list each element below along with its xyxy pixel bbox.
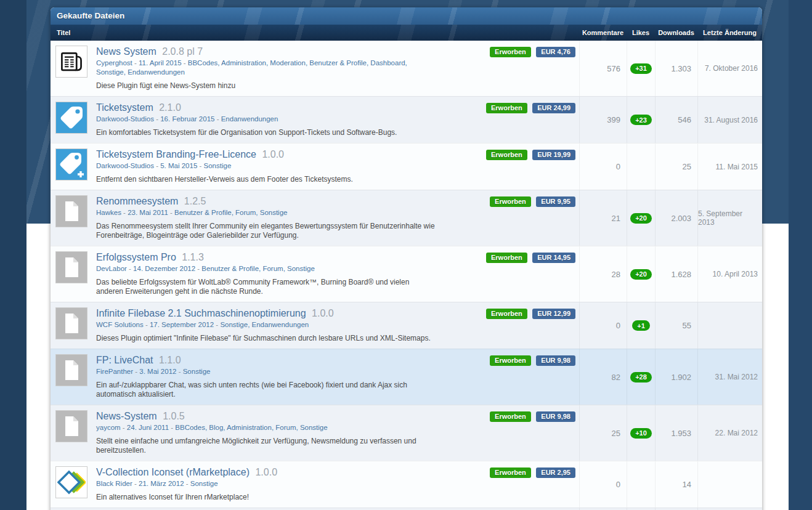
file-description: Dieses Plugin optimiert "Infinite Fileba… xyxy=(96,334,431,343)
file-icon-link[interactable] xyxy=(55,466,87,498)
meta-separator: - xyxy=(184,480,190,487)
author-link[interactable]: Hawkes xyxy=(96,209,121,216)
table-row: FP: LiveChat 1.1.0 FirePanther - 3. Mai … xyxy=(51,349,762,405)
table-row: Infinite Filebase 2.1 Suchmaschinenoptim… xyxy=(51,302,762,349)
file-icon-link[interactable] xyxy=(55,307,87,339)
file-text: Ticketsystem Branding-Free-Licence 1.0.0… xyxy=(96,148,489,184)
comments-count: 0 xyxy=(579,461,627,508)
file-title-link[interactable]: News System xyxy=(96,46,156,57)
file-version: 2.1.0 xyxy=(159,102,181,113)
comments-count: 399 xyxy=(579,97,627,143)
upload-date-link[interactable]: 5. Mai 2015 xyxy=(160,162,197,169)
file-icon-link[interactable] xyxy=(55,195,87,227)
author-link[interactable]: FirePanther xyxy=(96,368,133,375)
author-link[interactable]: WCF Solutions xyxy=(96,321,144,328)
badge-group: Erworben EUR 9,95 xyxy=(490,195,575,207)
file-title-link[interactable]: News-System xyxy=(96,411,157,421)
meta-separator: - xyxy=(214,321,220,328)
file-title-link[interactable]: Infinite Filebase 2.1 Suchmaschinenoptim… xyxy=(96,308,306,318)
category-links[interactable]: Benutzer & Profile, Forum, Sonstige xyxy=(174,209,287,216)
likes-cell: +20 xyxy=(627,190,655,246)
badge-group: Erworben EUR 12,99 xyxy=(486,307,575,319)
file-icon-link[interactable] xyxy=(55,251,87,283)
author-link[interactable]: yaycom xyxy=(96,424,121,431)
file-meta: Hawkes - 23. Mai 2011 - Benutzer & Profi… xyxy=(96,208,437,217)
table-row: News-System 1.0.5 yaycom - 24. Juni 2011… xyxy=(51,405,762,461)
last-change-date: 11. Mai 2015 xyxy=(697,144,762,190)
category-links[interactable]: Sonstige xyxy=(183,368,211,375)
owned-badge: Erworben xyxy=(490,467,531,478)
author-link[interactable]: DevLabor xyxy=(96,265,127,272)
comments-count: 28 xyxy=(579,246,627,302)
author-link[interactable]: Darkwood-Studios xyxy=(96,115,154,123)
file-version: 1.0.0 xyxy=(255,467,277,477)
purchased-files-panel: Gekaufte Dateien Titel Kommentare Likes … xyxy=(51,7,762,510)
upload-date-link[interactable]: 14. Dezember 2012 xyxy=(133,265,195,272)
author-link[interactable]: Cyperghost xyxy=(96,59,132,67)
file-icon-link[interactable] xyxy=(55,102,87,134)
likes-badge: +31 xyxy=(630,63,652,74)
table-row: News System 2.0.8 pl 7 Cyperghost - 11. … xyxy=(51,41,762,96)
likes-cell: +10 xyxy=(627,405,655,461)
likes-cell xyxy=(627,461,655,508)
file-icon-link[interactable] xyxy=(55,354,87,386)
upload-date-link[interactable]: 3. Mai 2012 xyxy=(139,368,176,375)
author-link[interactable]: Black Rider xyxy=(96,480,132,487)
upload-date-link[interactable]: 11. April 2015 xyxy=(139,59,181,67)
file-text: V-Collection Iconset (rMarketplace) 1.0.… xyxy=(96,466,413,502)
vcollection-iconset-icon xyxy=(57,469,86,495)
category-links[interactable]: Sonstige, Endanwendungen xyxy=(220,321,309,328)
upload-date-link[interactable]: 16. Februar 2015 xyxy=(160,115,214,123)
file-icon-link[interactable] xyxy=(55,46,87,78)
file-meta: FirePanther - 3. Mai 2012 - Sonstige xyxy=(96,367,437,376)
last-change-date: 10. April 2013 xyxy=(697,246,762,302)
file-title-link[interactable]: Erfolgssystem Pro xyxy=(96,252,176,262)
file-title-link[interactable]: Ticketsystem Branding-Free-Licence xyxy=(96,149,256,160)
last-change-date xyxy=(697,302,762,349)
file-title-link[interactable]: V-Collection Iconset (rMarketplace) xyxy=(96,467,250,477)
upload-date-link[interactable]: 23. Mai 2011 xyxy=(128,209,168,216)
last-change-date: 31. August 2016 xyxy=(697,97,762,143)
comments-count: 576 xyxy=(579,41,627,96)
downloads-count: 14 xyxy=(655,461,697,508)
upload-date-link[interactable]: 24. Juni 2011 xyxy=(127,424,169,431)
last-change-date: 22. Mai 2012 xyxy=(697,405,762,461)
file-icon-link[interactable] xyxy=(55,410,87,442)
file-icon-link[interactable] xyxy=(55,148,87,180)
category-links[interactable]: Endanwendungen xyxy=(221,115,278,123)
badge-group: Erworben EUR 19,99 xyxy=(486,148,575,160)
file-description: Ein alternatives Iconset für Ihren rMark… xyxy=(96,493,277,502)
file-version: 2.0.8 pl 7 xyxy=(162,46,203,57)
meta-separator: - xyxy=(121,209,128,216)
file-version: 1.0.5 xyxy=(163,411,185,421)
upload-date-link[interactable]: 17. September 2012 xyxy=(150,321,214,328)
category-links[interactable]: Sonstige xyxy=(204,162,232,169)
author-link[interactable]: Darkwood-Studios xyxy=(96,162,154,169)
table-row: Renommeesystem 1.2.5 Hawkes - 23. Mai 20… xyxy=(51,190,762,246)
file-cell: V-Collection Iconset (rMarketplace) 1.0.… xyxy=(51,461,579,508)
file-title-link[interactable]: Renommeesystem xyxy=(96,196,178,206)
column-header-title[interactable]: Titel xyxy=(51,29,579,36)
column-header-downloads[interactable]: Downloads xyxy=(655,29,697,36)
comments-count: 0 xyxy=(579,144,627,190)
category-links[interactable]: BBCodes, Blog, Administration, Forum, So… xyxy=(175,424,327,431)
likes-badge: +28 xyxy=(630,372,652,382)
upload-date-link[interactable]: 21. März 2012 xyxy=(139,480,184,487)
price-badge: EUR 4,76 xyxy=(536,47,575,57)
file-title-link[interactable]: Ticketsystem xyxy=(96,102,153,113)
column-header-likes[interactable]: Likes xyxy=(627,29,655,36)
likes-badge: +20 xyxy=(630,213,652,224)
file-meta: yaycom - 24. Juni 2011 - BBCodes, Blog, … xyxy=(96,423,437,432)
owned-badge: Erworben xyxy=(490,411,531,422)
meta-separator: - xyxy=(195,265,201,272)
file-title-link[interactable]: FP: LiveChat xyxy=(96,355,153,365)
column-header-comments[interactable]: Kommentare xyxy=(579,29,627,36)
category-links[interactable]: Sonstige xyxy=(190,480,218,487)
file-cell: News-System 1.0.5 yaycom - 24. Juni 2011… xyxy=(51,405,579,461)
category-links[interactable]: Benutzer & Profile, Forum, Sonstige xyxy=(201,265,314,272)
file-description: Entfernt den sichtbaren Hersteller-Verwe… xyxy=(96,175,353,184)
likes-cell: +23 xyxy=(627,97,655,143)
file-meta: DevLabor - 14. Dezember 2012 - Benutzer … xyxy=(96,264,437,273)
comments-count: 82 xyxy=(579,349,627,405)
column-header-last-change[interactable]: Letzte Änderung xyxy=(697,29,762,36)
